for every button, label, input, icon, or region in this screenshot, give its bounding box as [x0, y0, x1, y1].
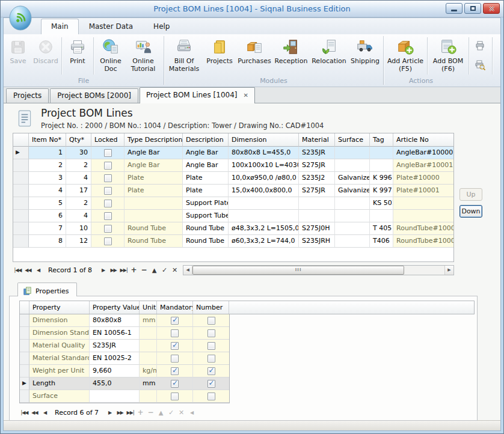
cell-type-description[interactable]: Angle Bar — [124, 147, 183, 159]
cell-material[interactable]: S275J0H — [299, 222, 335, 235]
number-checkbox[interactable] — [207, 329, 215, 337]
mandatory-checkbox[interactable] — [171, 393, 179, 400]
cell-dimension[interactable] — [229, 210, 299, 222]
tab-close-icon[interactable]: ✕ — [243, 92, 248, 99]
nav-next-button[interactable]: ▶ — [98, 266, 108, 274]
cell-item-no[interactable]: 5 — [29, 197, 66, 210]
cell-material[interactable]: S235J2 — [299, 172, 335, 185]
nav-edit-button[interactable]: ▲ — [149, 266, 159, 275]
nav-next-button[interactable]: ▶ — [105, 409, 115, 417]
cell-property-value[interactable]: 455,0 — [90, 377, 140, 390]
cell-number[interactable] — [193, 365, 229, 377]
projects-button[interactable]: Projects — [203, 35, 236, 66]
cell-locked[interactable] — [91, 185, 124, 197]
cell-qty[interactable]: 2 — [66, 159, 91, 172]
cell-type-description[interactable]: Angle Bar — [124, 159, 183, 172]
nav-delete-button[interactable]: − — [146, 407, 156, 418]
cell-property-value[interactable]: EN 10025-2 — [90, 352, 140, 365]
cell-number[interactable] — [193, 390, 229, 403]
cell-dimension[interactable]: ø48,3x3,2 L=1505,0 — [229, 222, 299, 235]
column-header-locked[interactable]: Locked — [91, 133, 124, 147]
cell-qty[interactable]: 10 — [66, 222, 91, 235]
cell-item-no[interactable]: 1 — [29, 147, 66, 159]
mandatory-checkbox[interactable] — [171, 380, 179, 388]
print-preview-button[interactable] — [474, 59, 486, 71]
cell-unit[interactable] — [140, 340, 157, 352]
nav-first-button[interactable]: |◀◀ — [19, 409, 29, 417]
column-header-article-no[interactable]: Article No — [393, 133, 453, 147]
cell-surface[interactable] — [335, 210, 370, 222]
cell-property[interactable]: Length — [29, 377, 90, 390]
mandatory-checkbox[interactable] — [171, 355, 179, 362]
print-button[interactable]: Print — [63, 35, 92, 66]
ribbon-tab-main[interactable]: Main — [41, 19, 79, 34]
cell-surface[interactable] — [335, 235, 370, 248]
cell-material[interactable] — [299, 210, 335, 222]
discard-button[interactable]: Discard — [31, 35, 60, 66]
cell-number[interactable] — [193, 340, 229, 352]
cell-dimension[interactable] — [229, 197, 299, 210]
cell-locked[interactable] — [91, 197, 124, 210]
doc-tab-projects[interactable]: Projects — [6, 88, 49, 103]
cell-description[interactable]: Angle Bar — [183, 159, 229, 172]
cell-type-description[interactable]: Plate — [124, 185, 183, 197]
locked-checkbox[interactable] — [104, 225, 112, 233]
nav-post-button[interactable]: ✓ — [166, 408, 176, 418]
cell-property-value[interactable]: 9,660 — [90, 365, 140, 377]
cell-tag[interactable]: K 996 — [370, 172, 393, 185]
cell-property[interactable]: Material Quality — [29, 340, 90, 352]
nav-append-button[interactable]: + — [129, 264, 139, 275]
cell-locked[interactable] — [91, 235, 124, 248]
cell-property-value[interactable]: 80x80x8 — [90, 314, 140, 327]
cell-description[interactable]: Round Tube — [183, 235, 229, 248]
number-checkbox[interactable] — [207, 393, 215, 400]
cell-tag[interactable]: T406 — [370, 235, 393, 248]
up-button[interactable]: Up — [459, 188, 482, 201]
cell-material[interactable]: S275JR — [299, 159, 335, 172]
cell-description[interactable]: Plate — [183, 185, 229, 197]
quick-print-button[interactable] — [474, 40, 486, 52]
locked-checkbox[interactable] — [104, 162, 112, 170]
column-header-surface[interactable]: Surface — [335, 133, 370, 147]
cell-locked[interactable] — [91, 210, 124, 222]
nav-cancel-button[interactable]: ✕ — [170, 265, 180, 275]
cell-surface[interactable] — [335, 159, 370, 172]
locked-checkbox[interactable] — [104, 212, 112, 220]
column-header-unit[interactable]: Unit — [140, 301, 157, 314]
nav-next-page-button[interactable]: ▶▶ — [108, 266, 118, 274]
cell-surface[interactable]: Galvanized — [335, 172, 370, 185]
cell-item-no[interactable]: 6 — [29, 210, 66, 222]
cell-article-no[interactable]: RoundTube#10001 — [393, 235, 453, 248]
cell-property[interactable]: Dimension Standard — [29, 327, 90, 340]
cell-dimension[interactable]: 80x80x8 L=455,0 — [229, 147, 299, 159]
cell-unit[interactable]: mm — [140, 314, 157, 327]
column-header-number[interactable]: Number — [193, 301, 229, 314]
cell-type-description[interactable]: Plate — [124, 172, 183, 185]
nav-last-button[interactable]: ▶▶| — [125, 409, 135, 417]
cell-article-no[interactable]: Plate#10000 — [393, 172, 453, 185]
cell-qty[interactable]: 4 — [66, 172, 91, 185]
number-checkbox[interactable] — [207, 317, 215, 325]
cell-description[interactable]: Support Plates — [183, 197, 229, 210]
cell-surface[interactable] — [335, 147, 370, 159]
cell-tag[interactable] — [370, 147, 393, 159]
cell-property-value[interactable] — [90, 390, 140, 403]
cell-tag[interactable]: T 405 — [370, 222, 393, 235]
cell-number[interactable] — [193, 377, 229, 390]
cell-type-description[interactable]: Round Tube — [124, 222, 183, 235]
cell-mandatory[interactable] — [157, 377, 193, 390]
nav-append-button[interactable]: + — [135, 407, 146, 418]
mandatory-checkbox[interactable] — [171, 329, 179, 337]
column-header-dimension[interactable]: Dimension — [229, 133, 299, 147]
cell-locked[interactable] — [91, 172, 124, 185]
ribbon-tab-master-data[interactable]: Master Data — [79, 19, 143, 34]
cell-type-description[interactable] — [124, 210, 183, 222]
cell-unit[interactable] — [140, 327, 157, 340]
cell-property[interactable]: Dimension — [29, 314, 90, 327]
tab-properties[interactable]: Properties — [17, 283, 77, 296]
cell-item-no[interactable]: 8 — [29, 235, 66, 248]
save-button[interactable]: Save — [5, 35, 31, 66]
nav-prev-button[interactable]: ◀ — [33, 266, 43, 274]
column-header-mandatory[interactable]: Mandatory — [157, 301, 193, 314]
nav-last-button[interactable]: ▶▶| — [118, 266, 129, 274]
